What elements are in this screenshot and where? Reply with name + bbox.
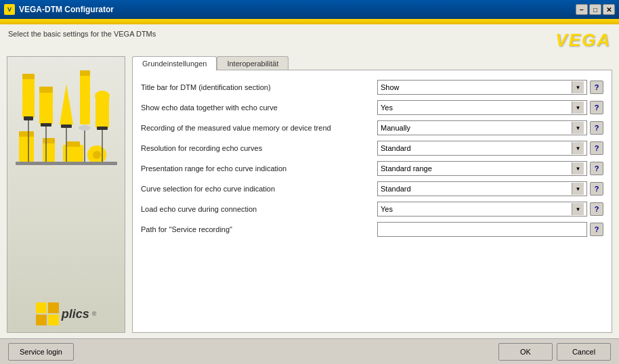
- setting-control-curve-selection: Standard ▼ ?: [377, 181, 603, 196]
- svg-rect-15: [19, 131, 34, 137]
- cancel-button[interactable]: Cancel: [557, 343, 611, 361]
- tab-grundeinstellungen[interactable]: Grundeinstellungen: [132, 56, 217, 70]
- dropdown-value-presentation: Standard range: [381, 164, 572, 173]
- dropdown-recording[interactable]: Manually ▼: [377, 120, 587, 135]
- setting-label-curve-selection: Curve selection for echo curve indicatio…: [141, 185, 377, 193]
- header-description: Select the basic settings for the VEGA D…: [8, 30, 156, 38]
- setting-control-resolution: Standard ▼ ?: [377, 141, 603, 156]
- dropdown-value-curve-selection: Standard: [381, 185, 572, 193]
- plics-squares-icon: [36, 302, 59, 325]
- plics-sq-4: [48, 315, 59, 325]
- dropdown-echo-data[interactable]: Yes ▼: [377, 100, 587, 115]
- setting-label-resolution: Resolution for recording echo curves: [141, 144, 377, 152]
- help-btn-curve-selection[interactable]: ?: [590, 182, 603, 196]
- setting-control-presentation: Standard range ▼ ?: [377, 161, 603, 176]
- plics-sq-2: [48, 302, 59, 313]
- dropdown-curve-selection[interactable]: Standard ▼: [377, 181, 587, 196]
- dropdown-arrow-presentation: ▼: [572, 162, 584, 175]
- setting-label-echo-data: Show echo data together with echo curve: [141, 104, 377, 112]
- dropdown-value-resolution: Standard: [381, 144, 572, 152]
- setting-control-path-service: ?: [377, 222, 603, 237]
- setting-label-title-bar: Title bar for DTM (identification sectio…: [141, 83, 377, 91]
- svg-rect-1: [22, 74, 35, 79]
- vega-logo: VEGA: [555, 30, 611, 51]
- dropdown-arrow-resolution: ▼: [572, 142, 584, 154]
- dropdown-arrow-echo-data: ▼: [572, 101, 584, 114]
- dropdown-title-bar[interactable]: Show ▼: [377, 80, 587, 95]
- svg-rect-27: [16, 162, 117, 165]
- dropdown-presentation[interactable]: Standard range ▼: [377, 161, 587, 176]
- dropdown-value-echo-data: Yes: [381, 104, 572, 112]
- setting-control-load-echo: Yes ▼ ?: [377, 202, 603, 217]
- ok-button[interactable]: OK: [498, 343, 553, 361]
- dropdown-value-title-bar: Show: [381, 83, 572, 91]
- svg-point-12: [95, 91, 110, 101]
- setting-label-path-service: Path for "Service recording": [141, 225, 377, 233]
- help-btn-presentation[interactable]: ?: [590, 162, 603, 175]
- dropdown-arrow-curve-selection: ▼: [572, 183, 584, 195]
- svg-rect-17: [43, 138, 55, 143]
- window-title: VEGA-DTM Configurator: [19, 5, 114, 14]
- svg-rect-8: [80, 74, 90, 124]
- restore-button[interactable]: □: [589, 4, 601, 15]
- svg-rect-13: [97, 127, 108, 130]
- header-area: Select the basic settings for the VEGA D…: [0, 24, 619, 53]
- title-bar-buttons: − □ ✕: [576, 4, 615, 15]
- bottom-right: OK Cancel: [498, 343, 611, 361]
- dropdown-load-echo[interactable]: Yes ▼: [377, 202, 587, 217]
- image-panel: plics ®: [7, 56, 125, 333]
- service-login-button[interactable]: Service login: [8, 343, 74, 361]
- svg-point-21: [93, 151, 101, 159]
- minimize-button[interactable]: −: [576, 4, 588, 15]
- content-area: plics ® Grundeinstellungen Interoperabil…: [0, 53, 619, 338]
- help-btn-resolution[interactable]: ?: [590, 141, 603, 155]
- setting-label-load-echo: Load echo curve during connection: [141, 205, 377, 213]
- dropdown-arrow-load-echo: ▼: [572, 203, 584, 215]
- settings-box: Title bar for DTM (identification sectio…: [132, 70, 612, 333]
- setting-label-recording: Recording of the measured value memory o…: [141, 124, 377, 132]
- title-bar: V VEGA-DTM Configurator − □ ✕: [0, 0, 619, 19]
- svg-rect-14: [19, 135, 34, 162]
- main-window: Select the basic settings for the VEGA D…: [0, 19, 619, 364]
- input-path-service[interactable]: [377, 222, 587, 237]
- tabs: Grundeinstellungen Interoperabilität: [132, 56, 612, 70]
- setting-row-presentation: Presentation range for echo curve indica…: [140, 158, 605, 179]
- svg-point-10: [79, 125, 91, 131]
- help-btn-title-bar[interactable]: ?: [590, 81, 603, 94]
- accent-bar: [0, 19, 619, 24]
- svg-marker-6: [60, 84, 73, 124]
- help-btn-load-echo[interactable]: ?: [590, 202, 603, 216]
- dropdown-resolution[interactable]: Standard ▼: [377, 141, 587, 156]
- setting-control-echo-data: Yes ▼ ?: [377, 100, 603, 115]
- dropdown-value-load-echo: Yes: [381, 205, 572, 213]
- svg-rect-5: [41, 123, 51, 127]
- svg-rect-11: [95, 97, 109, 128]
- device-image: [16, 64, 117, 192]
- dropdown-arrow-title-bar: ▼: [572, 81, 584, 93]
- help-btn-echo-data[interactable]: ?: [590, 101, 603, 114]
- bottom-bar: Service login OK Cancel: [0, 338, 619, 364]
- title-bar-left: V VEGA-DTM Configurator: [4, 4, 114, 15]
- svg-rect-7: [61, 124, 72, 128]
- setting-row-load-echo: Load echo curve during connection Yes ▼ …: [140, 199, 605, 219]
- svg-rect-3: [39, 91, 53, 124]
- tab-interoperabilitaet[interactable]: Interoperabilität: [217, 56, 289, 70]
- svg-rect-16: [43, 141, 55, 163]
- dropdown-value-recording: Manually: [381, 124, 572, 132]
- setting-row-recording: Recording of the measured value memory o…: [140, 118, 605, 138]
- plics-sq-1: [36, 302, 47, 313]
- svg-rect-2: [24, 116, 33, 120]
- plics-sq-3: [36, 315, 47, 325]
- svg-rect-4: [39, 87, 53, 93]
- setting-control-title-bar: Show ▼ ?: [377, 80, 603, 95]
- close-button[interactable]: ✕: [603, 4, 615, 15]
- dropdown-arrow-recording: ▼: [572, 122, 584, 134]
- help-btn-path-service[interactable]: ?: [590, 223, 603, 236]
- setting-row-path-service: Path for "Service recording" ?: [140, 219, 605, 240]
- setting-row-title-bar: Title bar for DTM (identification sectio…: [140, 77, 605, 97]
- settings-panel: Grundeinstellungen Interoperabilität Tit…: [132, 56, 612, 333]
- setting-label-presentation: Presentation range for echo curve indica…: [141, 164, 377, 173]
- plics-trademark: ®: [92, 311, 97, 317]
- help-btn-recording[interactable]: ?: [590, 121, 603, 135]
- svg-rect-19: [66, 141, 80, 147]
